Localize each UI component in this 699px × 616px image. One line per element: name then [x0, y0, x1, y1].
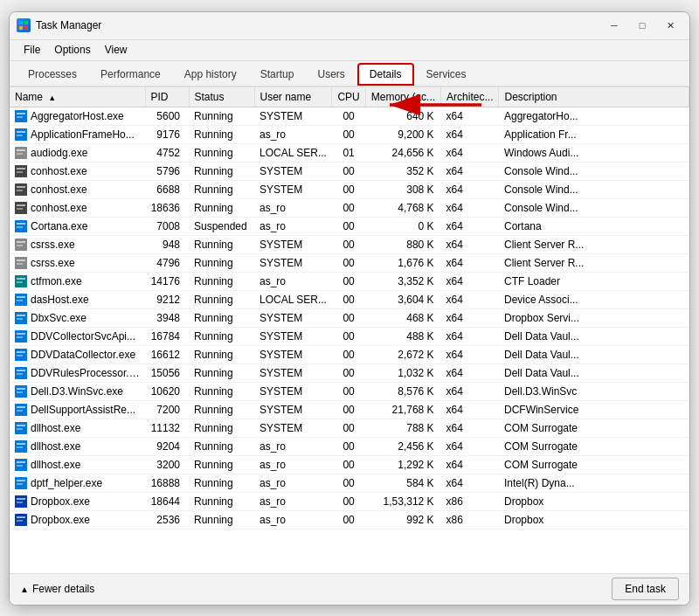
svg-rect-73 — [17, 516, 25, 518]
table-row[interactable]: conhost.exe 6688 Running SYSTEM 00 308 K… — [10, 180, 689, 198]
cell-arch: x64 — [441, 217, 499, 235]
table-row[interactable]: dasHost.exe 9212 Running LOCAL SER... 00… — [10, 290, 689, 308]
cell-pid: 9212 — [145, 290, 189, 308]
table-row[interactable]: ctfmon.exe 14176 Running as_ro 00 3,352 … — [10, 272, 689, 290]
cell-arch: x64 — [441, 363, 499, 382]
table-row[interactable]: dllhost.exe 11132 Running SYSTEM 00 788 … — [10, 419, 689, 437]
svg-rect-70 — [17, 498, 25, 500]
cell-memory: 1,53,312 K — [365, 492, 440, 510]
table-row[interactable]: Dell.D3.WinSvc.exe 10620 Running SYSTEM … — [10, 382, 689, 400]
cell-arch: x64 — [441, 419, 499, 437]
table-row[interactable]: csrss.exe 948 Running SYSTEM 00 880 K x6… — [10, 235, 689, 253]
menu-file[interactable]: File — [17, 42, 47, 58]
table-row[interactable]: Dropbox.exe 2536 Running as_ro 00 992 K … — [10, 510, 689, 529]
col-status[interactable]: Status — [189, 87, 254, 107]
cell-username: SYSTEM — [254, 235, 332, 253]
svg-rect-22 — [17, 204, 25, 206]
table-row[interactable]: csrss.exe 4796 Running SYSTEM 00 1,676 K… — [10, 253, 689, 272]
col-name[interactable]: Name ▲ — [10, 87, 145, 107]
table-row[interactable]: conhost.exe 18636 Running as_ro 00 4,768… — [10, 198, 689, 217]
col-username[interactable]: User name — [254, 87, 332, 107]
cell-username: as_ro — [254, 272, 332, 290]
cell-cpu: 00 — [332, 290, 365, 308]
table-row[interactable]: DbxSvc.exe 3948 Running SYSTEM 00 468 K … — [10, 308, 689, 327]
table-body: AggregatorHost.exe 5600 Running SYSTEM 0… — [10, 107, 689, 529]
svg-rect-44 — [17, 336, 23, 338]
cell-status: Running — [189, 180, 254, 198]
menu-view[interactable]: View — [98, 42, 135, 58]
cell-desc: Dropbox — [499, 492, 689, 510]
cell-cpu: 00 — [332, 198, 365, 217]
cell-status: Running — [189, 162, 254, 180]
cell-desc: COM Surrogate — [499, 455, 689, 474]
table-row[interactable]: dllhost.exe 3200 Running as_ro 00 1,292 … — [10, 455, 689, 474]
cell-desc: DCFWinService — [499, 400, 689, 419]
cell-arch: x64 — [441, 272, 499, 290]
cell-memory: 2,456 K — [365, 437, 440, 455]
table-row[interactable]: Dropbox.exe 18644 Running as_ro 00 1,53,… — [10, 492, 689, 510]
footer: ▲ Fewer details End task — [10, 573, 689, 605]
cell-username: as_ro — [254, 510, 332, 529]
tab-details[interactable]: Details — [357, 63, 414, 86]
maximize-button[interactable]: □ — [630, 17, 654, 34]
table-row[interactable]: audiodg.exe 4752 Running LOCAL SER... 01… — [10, 143, 689, 162]
svg-rect-7 — [17, 113, 25, 114]
end-task-button[interactable]: End task — [612, 578, 679, 600]
col-cpu[interactable]: CPU — [332, 87, 365, 107]
cell-status: Running — [189, 143, 254, 162]
tab-performance[interactable]: Performance — [89, 63, 172, 86]
tab-app-history[interactable]: App history — [173, 63, 248, 86]
cell-desc: Windows Audi... — [499, 143, 689, 162]
cell-pid: 9204 — [145, 437, 189, 455]
table-row[interactable]: DellSupportAssistRe... 7200 Running SYST… — [10, 400, 689, 419]
fewer-details-button[interactable]: ▲ Fewer details — [20, 583, 94, 595]
table-row[interactable]: AggregatorHost.exe 5600 Running SYSTEM 0… — [10, 107, 689, 125]
cell-arch: x64 — [441, 308, 499, 327]
cell-arch: x64 — [441, 235, 499, 253]
tab-startup[interactable]: Startup — [249, 63, 306, 86]
tab-users[interactable]: Users — [306, 63, 356, 86]
cell-status: Running — [189, 510, 254, 529]
table-row[interactable]: DDVCollectorSvcApi... 16784 Running SYST… — [10, 327, 689, 345]
cell-arch: x64 — [441, 198, 499, 217]
cell-username: as_ro — [254, 455, 332, 474]
cell-arch: x64 — [441, 125, 499, 143]
svg-rect-29 — [17, 245, 23, 246]
table-row[interactable]: dllhost.exe 9204 Running as_ro 00 2,456 … — [10, 437, 689, 455]
cell-desc: CTF Loader — [499, 272, 689, 290]
cell-pid: 14176 — [145, 272, 189, 290]
cell-status: Running — [189, 235, 254, 253]
close-button[interactable]: ✕ — [658, 17, 682, 34]
table-row[interactable]: Cortana.exe 7008 Suspended as_ro 00 0 K … — [10, 217, 689, 235]
table-row[interactable]: dptf_helper.exe 16888 Running as_ro 00 5… — [10, 474, 689, 492]
cell-memory: 0 K — [365, 217, 440, 235]
cell-pid: 3200 — [145, 455, 189, 474]
title-bar: Task Manager ─ □ ✕ — [10, 12, 689, 40]
svg-rect-17 — [17, 171, 23, 173]
cell-cpu: 00 — [332, 400, 365, 419]
process-table-container[interactable]: Name ▲ PID Status User name CPU Memory (… — [10, 87, 689, 573]
cell-pid: 7200 — [145, 400, 189, 419]
minimize-button[interactable]: ─ — [602, 17, 626, 34]
col-desc[interactable]: Description — [499, 87, 689, 107]
table-row[interactable]: ApplicationFrameHo... 9176 Running as_ro… — [10, 125, 689, 143]
cell-desc: Client Server R... — [499, 253, 689, 272]
cell-pid: 948 — [145, 235, 189, 253]
svg-rect-41 — [17, 318, 23, 320]
table-row[interactable]: DDVDataCollector.exe 16612 Running SYSTE… — [10, 345, 689, 363]
menu-options[interactable]: Options — [47, 42, 97, 58]
col-pid[interactable]: PID — [145, 87, 189, 107]
cell-username: LOCAL SER... — [254, 290, 332, 308]
table-row[interactable]: conhost.exe 5796 Running SYSTEM 00 352 K… — [10, 162, 689, 180]
svg-rect-26 — [17, 226, 23, 228]
tab-services[interactable]: Services — [415, 63, 478, 86]
table-row[interactable]: DDVRulesProcessor.e... 15056 Running SYS… — [10, 363, 689, 382]
cell-name: Cortana.exe — [10, 217, 145, 235]
cell-username: SYSTEM — [254, 327, 332, 345]
svg-rect-64 — [17, 461, 25, 463]
col-memory[interactable]: Memory (ac... — [365, 87, 440, 107]
col-arch[interactable]: Architec... — [441, 87, 499, 107]
tab-processes[interactable]: Processes — [17, 63, 88, 86]
svg-rect-35 — [17, 281, 23, 283]
cell-username: as_ro — [254, 217, 332, 235]
